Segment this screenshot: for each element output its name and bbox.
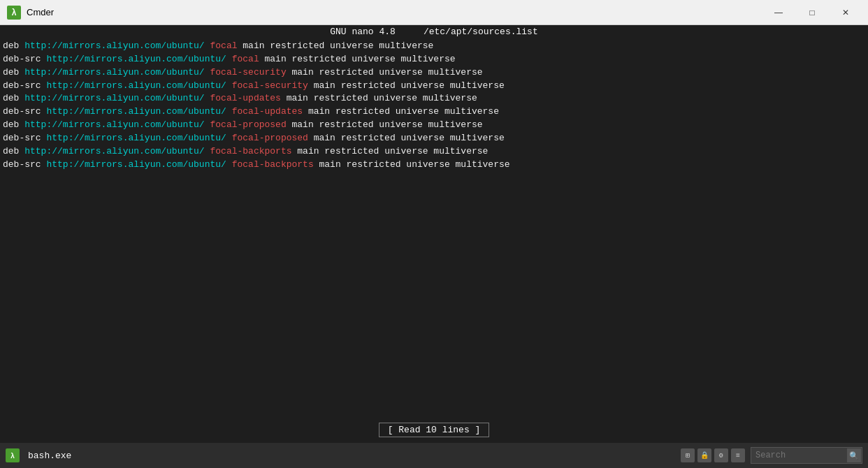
nano-header: GNU nano 4.8 /etc/apt/sources.list: [0, 25, 868, 38]
code-line: deb-src http://mirrors.aliyun.com/ubuntu…: [3, 53, 865, 66]
code-line: deb-src http://mirrors.aliyun.com/ubuntu…: [3, 132, 865, 145]
code-line: deb http://mirrors.aliyun.com/ubuntu/ fo…: [3, 66, 865, 80]
taskbar-icon-4[interactable]: ≡: [731, 448, 745, 462]
window-title: Cmder: [27, 7, 763, 17]
code-line: deb http://mirrors.aliyun.com/ubuntu/ fo…: [3, 119, 865, 132]
code-line: deb-src http://mirrors.aliyun.com/ubuntu…: [3, 80, 865, 93]
search-container: 🔍: [751, 447, 862, 464]
nano-filename: /etc/apt/sources.list: [424, 27, 538, 37]
code-line: deb-src http://mirrors.aliyun.com/ubuntu…: [3, 105, 865, 119]
search-button[interactable]: 🔍: [847, 448, 861, 462]
window-controls: — □ ✕: [763, 3, 861, 22]
titlebar: λ Cmder — □ ✕: [0, 0, 868, 25]
close-button[interactable]: ✕: [830, 3, 861, 22]
notify-box: [ Read 10 lines ]: [379, 423, 490, 437]
taskbar-icon-2[interactable]: 🔒: [697, 448, 711, 462]
taskbar-icons: ⊞ 🔒 ⚙ ≡: [681, 448, 745, 462]
nano-notification: [ Read 10 lines ]: [0, 420, 868, 439]
code-line: deb http://mirrors.aliyun.com/ubuntu/ fo…: [3, 92, 865, 105]
maximize-button[interactable]: □: [797, 3, 827, 22]
nano-version: GNU nano 4.8: [330, 27, 396, 37]
taskbar-icon-1[interactable]: ⊞: [681, 448, 695, 462]
taskbar-app-label: bash.exe: [28, 451, 675, 461]
code-line: deb http://mirrors.aliyun.com/ubuntu/ fo…: [3, 40, 865, 53]
minimize-button[interactable]: —: [763, 3, 794, 22]
code-line: deb-src http://mirrors.aliyun.com/ubuntu…: [3, 159, 865, 172]
taskbar: λ bash.exe ⊞ 🔒 ⚙ ≡ 🔍: [0, 443, 868, 468]
code-line: deb http://mirrors.aliyun.com/ubuntu/ fo…: [3, 145, 865, 159]
taskbar-app-icon: λ: [6, 448, 20, 462]
taskbar-icon-3[interactable]: ⚙: [714, 448, 728, 462]
nano-content[interactable]: deb http://mirrors.aliyun.com/ubuntu/ fo…: [0, 38, 868, 420]
app-icon: λ: [7, 6, 21, 20]
terminal-area: GNU nano 4.8 /etc/apt/sources.list deb h…: [0, 25, 868, 443]
search-input[interactable]: [751, 447, 862, 464]
